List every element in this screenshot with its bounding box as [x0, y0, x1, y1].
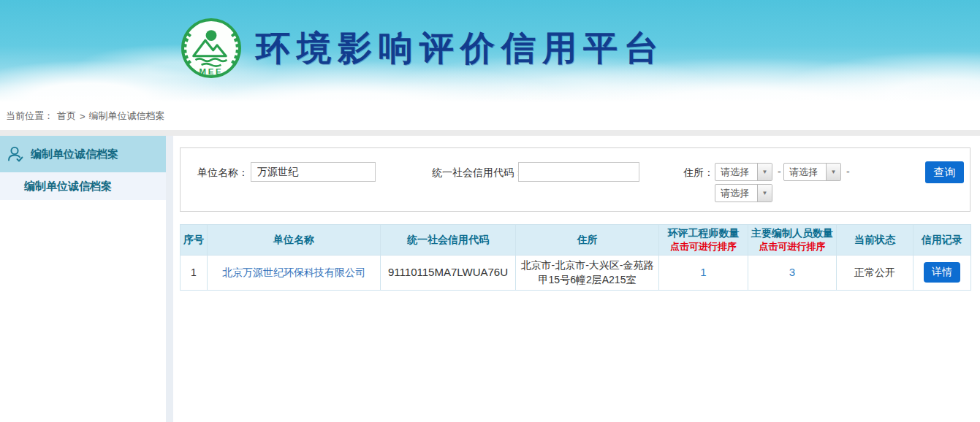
- breadcrumb-home-link[interactable]: 首页: [57, 110, 76, 123]
- chevron-down-icon[interactable]: ▼: [826, 164, 840, 180]
- brand: MEE 环境影响评价信用平台: [180, 16, 665, 80]
- header-address: 住所: [516, 225, 659, 256]
- unit-name-label: 单位名称：: [197, 166, 248, 180]
- table-row: 1 北京万源世纪环保科技有限公司 91110115MA7LWUA76U 北京市-…: [181, 256, 971, 291]
- address-dash-2: -: [846, 166, 850, 177]
- header-credit-record: 信用记录: [913, 225, 971, 256]
- header-index: 序号: [181, 225, 208, 256]
- svg-text:MEE: MEE: [200, 67, 224, 76]
- breadcrumb-current: 编制单位诚信档案: [89, 110, 165, 123]
- unit-name-input[interactable]: [251, 162, 376, 182]
- chevron-down-icon[interactable]: ▼: [757, 185, 772, 202]
- address-city-select[interactable]: 请选择 ▼: [783, 163, 841, 181]
- mee-logo-icon: MEE: [180, 16, 243, 80]
- site-header: MEE 环境影响评价信用平台: [0, 0, 980, 102]
- sort-hint: 点击可进行排序: [751, 240, 834, 253]
- header-unit-name: 单位名称: [208, 225, 381, 256]
- page: MEE 环境影响评价信用平台 当前位置： 首页 > 编制单位诚信档案 编制单位诚…: [0, 0, 980, 422]
- chevron-down-icon[interactable]: ▼: [757, 164, 772, 180]
- main-row: 编制单位诚信档案 编制单位诚信档案 单位名称： 统一社会信用代码： 住所： 请选…: [0, 136, 980, 422]
- table-header-row: 序号 单位名称 统一社会信用代码 住所 环评工程师数量 点击可进行排序 主要编制…: [181, 225, 971, 256]
- address-label: 住所：: [683, 166, 714, 180]
- search-panel: 单位名称： 统一社会信用代码： 住所： 请选择 ▼ - 请选择 ▼ - 请选择: [180, 147, 970, 212]
- sidebar-item-label: 编制单位诚信档案: [31, 147, 118, 161]
- cell-credit-code: 91110115MA7LWUA76U: [388, 266, 508, 278]
- breadcrumb-separator: >: [80, 111, 86, 122]
- header-engineer-count-sort[interactable]: 环评工程师数量 点击可进行排序: [659, 225, 748, 256]
- address-district-value: 请选择: [715, 185, 757, 202]
- address-province-value: 请选择: [715, 164, 757, 180]
- breadcrumb-label: 当前位置：: [6, 110, 53, 123]
- user-check-icon: [6, 145, 25, 164]
- cell-status: 正常公开: [837, 256, 913, 291]
- credit-code-input[interactable]: [518, 162, 639, 182]
- sidebar: 编制单位诚信档案 编制单位诚信档案: [0, 136, 166, 422]
- sidebar-subitem-label: 编制单位诚信档案: [24, 180, 112, 193]
- address-city-value: 请选择: [784, 164, 826, 180]
- breadcrumb: 当前位置： 首页 > 编制单位诚信档案: [0, 102, 980, 130]
- divider-band: [0, 130, 980, 136]
- header-status: 当前状态: [837, 225, 913, 256]
- header-credit-code: 统一社会信用代码: [381, 225, 516, 256]
- address-province-select[interactable]: 请选择 ▼: [715, 163, 772, 181]
- unit-name-link[interactable]: 北京万源世纪环保科技有限公司: [222, 266, 365, 278]
- results-table: 序号 单位名称 统一社会信用代码 住所 环评工程师数量 点击可进行排序 主要编制…: [180, 224, 971, 291]
- address-district-select[interactable]: 请选择 ▼: [715, 184, 772, 202]
- sidebar-content-divider: [166, 136, 173, 422]
- header-staff-count-label: 主要编制人员数量: [751, 226, 834, 240]
- staff-count-link[interactable]: 3: [789, 266, 795, 278]
- sidebar-subitem-unit-credit-archive[interactable]: 编制单位诚信档案: [0, 172, 166, 200]
- engineer-count-link[interactable]: 1: [700, 266, 706, 278]
- cell-address: 北京市-北京市-大兴区-金苑路甲15号6幢2层A215室: [516, 256, 659, 291]
- header-staff-count-sort[interactable]: 主要编制人员数量 点击可进行排序: [748, 225, 837, 256]
- detail-button[interactable]: 详情: [924, 262, 960, 283]
- address-dash-1: -: [778, 166, 781, 177]
- cell-index: 1: [181, 256, 208, 291]
- site-title: 环境影响评价信用平台: [256, 16, 665, 80]
- query-button[interactable]: 查询: [925, 161, 964, 183]
- sidebar-item-unit-credit-archive[interactable]: 编制单位诚信档案: [0, 136, 166, 172]
- credit-code-label: 统一社会信用代码：: [432, 166, 524, 180]
- content: 单位名称： 统一社会信用代码： 住所： 请选择 ▼ - 请选择 ▼ - 请选择: [173, 136, 980, 422]
- header-engineer-count-label: 环评工程师数量: [661, 226, 745, 240]
- sort-hint: 点击可进行排序: [661, 240, 745, 253]
